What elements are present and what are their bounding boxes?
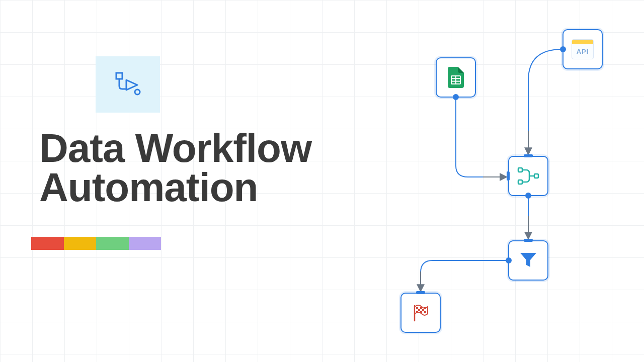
page-title: Data Workflow Automation <box>39 129 311 208</box>
finish-node[interactable] <box>400 293 441 333</box>
svg-rect-13 <box>422 309 424 311</box>
flag-icon <box>412 304 430 322</box>
svg-rect-8 <box>534 174 538 178</box>
sheets-icon <box>448 67 464 88</box>
port-out[interactable] <box>506 257 512 263</box>
api-label: API <box>572 44 593 59</box>
svg-rect-0 <box>116 73 122 79</box>
svg-rect-16 <box>424 311 426 313</box>
color-swatch-green <box>96 237 129 250</box>
api-node[interactable]: API <box>562 29 603 69</box>
filter-node[interactable] <box>508 240 548 281</box>
port-in-left[interactable] <box>507 171 510 180</box>
filter-icon <box>519 252 537 269</box>
color-swatch-yellow <box>64 237 97 250</box>
merge-icon <box>517 166 539 186</box>
merge-node[interactable] <box>508 156 548 196</box>
color-bar <box>31 237 161 250</box>
svg-rect-9 <box>416 307 418 309</box>
svg-rect-12 <box>418 309 420 311</box>
svg-rect-11 <box>424 307 426 309</box>
port-out[interactable] <box>525 193 531 199</box>
color-swatch-red <box>31 237 64 250</box>
port-out[interactable] <box>453 94 459 100</box>
svg-rect-15 <box>420 311 422 313</box>
color-swatch-purple <box>129 237 162 250</box>
api-icon: API <box>572 39 594 59</box>
port-in-top[interactable] <box>416 291 425 294</box>
svg-rect-14 <box>416 311 418 313</box>
port-out[interactable] <box>560 46 566 52</box>
workflow-canvas[interactable]: Data Workflow Automation <box>0 0 644 362</box>
svg-rect-10 <box>420 307 422 309</box>
svg-rect-7 <box>518 180 522 184</box>
workflow-play-icon <box>114 71 141 98</box>
port-in-top[interactable] <box>524 239 533 242</box>
svg-rect-6 <box>518 168 522 172</box>
google-sheets-node[interactable] <box>436 57 476 98</box>
svg-point-1 <box>135 89 140 95</box>
port-in-top[interactable] <box>524 154 533 157</box>
hero-icon-card <box>96 56 160 113</box>
